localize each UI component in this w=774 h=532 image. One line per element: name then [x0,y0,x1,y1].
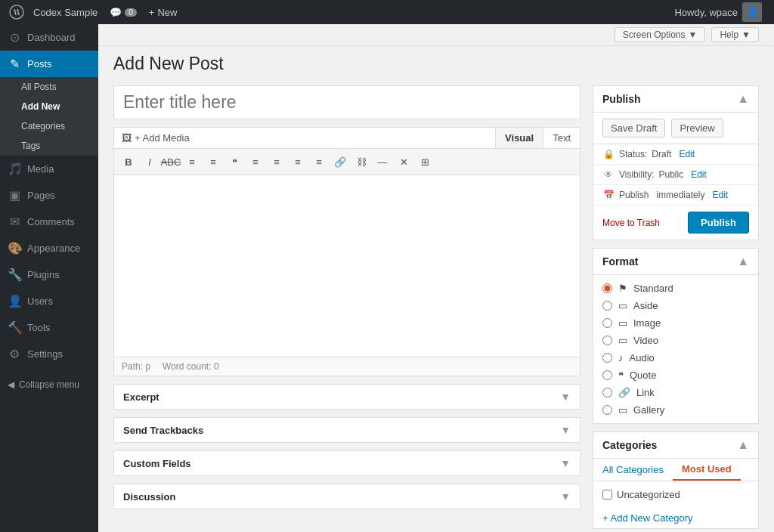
site-name[interactable]: Codex Sample [27,0,104,24]
format-image[interactable]: ▭ Image [602,316,749,330]
fullscreen-button[interactable]: ⊞ [415,152,435,172]
new-label: New [157,7,177,18]
admin-sidebar: ⊙ Dashboard ✎ Posts All Posts Add New Ca… [0,24,98,532]
format-quote[interactable]: ❝ Quote [602,368,749,382]
align-left-button[interactable]: ≡ [246,152,265,172]
category-uncategorized-checkbox[interactable] [602,490,612,500]
sidebar-item-pages[interactable]: ▣ Pages [0,182,98,209]
sidebar-item-settings[interactable]: ⚙ Settings [0,341,98,367]
user-menu[interactable]: Howdy, wpace 👤 [668,0,768,24]
custom-fields-toggle-icon: ▼ [560,457,571,469]
format-audio[interactable]: ♪ Audio [602,351,749,365]
format-video-radio[interactable] [602,336,612,345]
format-gallery-radio[interactable] [602,405,612,415]
add-new-category-link[interactable]: + Add New Category [593,508,758,528]
tab-text[interactable]: Text [543,128,580,148]
trash-link[interactable]: Move to Trash [602,218,660,228]
screen-options-label: Screen Options [623,29,686,40]
publish-panel-header[interactable]: Publish ▲ [593,86,758,113]
sidebar-item-comments[interactable]: ✉ Comments [0,209,98,235]
excerpt-title: Excerpt [123,391,159,403]
submenu-categories[interactable]: Categories [0,116,98,136]
publish-time-edit-link[interactable]: Edit [712,190,728,200]
format-gallery-icon: ▭ [618,404,627,416]
publish-button[interactable]: Publish [688,212,749,234]
sidebar-item-posts[interactable]: ✎ Posts [0,51,98,77]
sidebar-item-appearance[interactable]: 🎨 Appearance [0,235,98,261]
wp-logo[interactable] [6,0,27,24]
tab-most-used[interactable]: Most Used [673,459,741,481]
help-button[interactable]: Help ▼ [711,27,759,42]
categories-panel-header[interactable]: Categories ▲ [593,432,758,459]
align-justify-button[interactable]: ≡ [309,152,329,172]
format-panel-header[interactable]: Format ▲ [593,249,758,275]
status-edit-link[interactable]: Edit [679,149,695,159]
sidebar-item-tools[interactable]: 🔨 Tools [0,314,98,341]
unordered-list-button[interactable]: ≡ [182,152,202,172]
discussion-panel-header[interactable]: Discussion ▼ [114,484,580,509]
custom-fields-panel-header[interactable]: Custom Fields ▼ [114,451,580,475]
format-image-radio[interactable] [602,318,612,328]
bold-button[interactable]: B [119,152,138,172]
blockquote-button[interactable]: ❝ [224,152,244,172]
tab-visual[interactable]: Visual [495,128,543,148]
format-aside[interactable]: ▭ Aside [602,298,749,313]
format-link-radio[interactable] [602,388,612,397]
editor-toolbar: B I ABC ≡ ≡ ❝ ≡ ≡ ≡ ≡ 🔗 ⛓ — [114,149,580,175]
submenu-tags[interactable]: Tags [0,136,98,156]
format-video[interactable]: ▭ Video [602,333,749,348]
format-link[interactable]: 🔗 Link [602,385,749,400]
format-quote-radio[interactable] [602,370,612,380]
format-link-label: Link [636,387,655,398]
side-column: Publish ▲ Save Draft Preview 🔒 Status: D… [593,85,759,532]
status-icon: 🔒 [602,149,615,159]
format-gallery[interactable]: ▭ Gallery [602,403,749,417]
format-standard[interactable]: ⚑ Standard [602,281,749,295]
collapse-menu-button[interactable]: ◀ Collapse menu [0,373,98,396]
screen-options-bar: Screen Options ▼ Help ▼ [98,24,774,46]
editor-body[interactable] [114,175,580,357]
visibility-edit-link[interactable]: Edit [691,169,707,180]
submenu-add-new[interactable]: Add New [0,97,98,116]
screen-options-button[interactable]: Screen Options ▼ [615,27,706,42]
align-center-button[interactable]: ≡ [267,152,286,172]
trackbacks-panel-header[interactable]: Send Trackbacks ▼ [114,418,580,442]
visibility-value: Public [658,169,683,180]
save-draft-button[interactable]: Save Draft [602,119,665,138]
post-title-input[interactable] [113,85,580,119]
format-audio-radio[interactable] [602,353,612,363]
tab-all-categories[interactable]: All Categories [593,459,673,481]
excerpt-panel-header[interactable]: Excerpt ▼ [114,385,580,409]
category-uncategorized[interactable]: Uncategorized [602,487,749,502]
format-options: ⚑ Standard ▭ Aside ▭ Image [593,275,758,423]
strikethrough-button[interactable]: ABC [161,152,181,172]
settings-icon: ⚙ [8,347,21,361]
posts-submenu: All Posts Add New Categories Tags [0,77,98,156]
sidebar-item-plugins[interactable]: 🔧 Plugins [0,261,98,288]
italic-button[interactable]: I [140,152,159,172]
media-icon: 🎵 [8,162,21,176]
avatar: 👤 [742,2,762,22]
remove-format-button[interactable]: ✕ [394,152,413,172]
main-column: 🖼 + Add Media Visual Text B I ABC [113,85,580,532]
new-content-button[interactable]: + New [143,0,184,24]
preview-button[interactable]: Preview [671,119,723,138]
collapse-arrow-icon: ◀ [8,379,14,390]
format-aside-radio[interactable] [602,301,612,311]
sidebar-item-media[interactable]: 🎵 Media [0,156,98,182]
help-chevron: ▼ [741,29,751,40]
format-standard-radio[interactable] [602,283,612,293]
align-right-button[interactable]: ≡ [288,152,308,172]
insert-more-button[interactable]: — [373,152,392,172]
link-button[interactable]: 🔗 [330,152,350,172]
ordered-list-button[interactable]: ≡ [203,152,223,172]
add-media-button[interactable]: 🖼 + Add Media [114,128,197,148]
sidebar-item-dashboard[interactable]: ⊙ Dashboard [0,24,98,51]
categories-list: Uncategorized [593,481,758,508]
comments-link[interactable]: 💬 0 [104,0,143,24]
submenu-all-posts[interactable]: All Posts [0,77,98,97]
sidebar-item-label: Posts [27,58,52,70]
format-panel: Format ▲ ⚑ Standard ▭ [593,248,759,424]
unlink-button[interactable]: ⛓ [351,152,371,172]
sidebar-item-users[interactable]: 👤 Users [0,288,98,314]
